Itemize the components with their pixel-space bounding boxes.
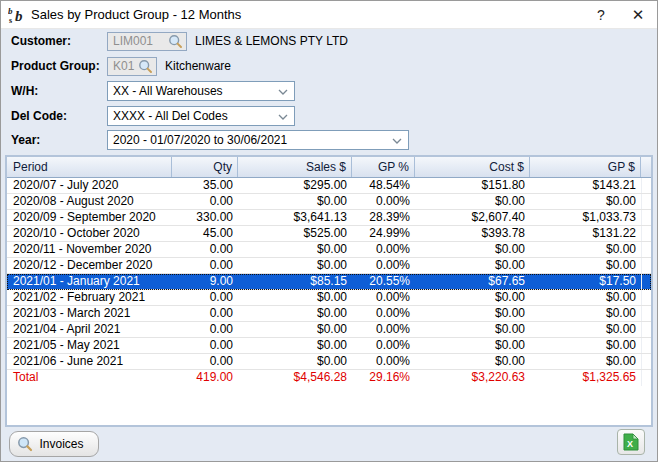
cell-filler bbox=[641, 354, 651, 369]
cell-gp-pct: 0.00% bbox=[352, 338, 415, 353]
cell-period: 2020/08 - August 2020 bbox=[7, 194, 172, 209]
table-row[interactable]: 2020/10 - October 2020 45.00 $525.00 24.… bbox=[7, 226, 651, 242]
cell-qty: 0.00 bbox=[172, 322, 238, 337]
table-row[interactable]: 2020/08 - August 2020 0.00 $0.00 0.00% $… bbox=[7, 194, 651, 210]
cell-cost: $151.80 bbox=[415, 178, 530, 193]
cell-cost: $2,607.40 bbox=[415, 210, 530, 225]
customer-value: LIM001 bbox=[113, 34, 153, 48]
table-row[interactable]: 2021/04 - April 2021 0.00 $0.00 0.00% $0… bbox=[7, 322, 651, 338]
window-title: Sales by Product Group - 12 Months bbox=[31, 1, 241, 29]
customer-row: Customer: LIM001 LIMES & LEMONS PTY LTD bbox=[11, 31, 348, 51]
cell-period: 2020/12 - December 2020 bbox=[7, 258, 172, 273]
cell-cost: $393.78 bbox=[415, 226, 530, 241]
invoices-button[interactable]: Invoices bbox=[9, 431, 99, 457]
cell-cost: $0.00 bbox=[415, 242, 530, 257]
help-button[interactable]: ? bbox=[587, 1, 615, 29]
cell-gp-pct: 0.00% bbox=[352, 306, 415, 321]
table-row[interactable]: 2020/11 - November 2020 0.00 $0.00 0.00%… bbox=[7, 242, 651, 258]
warehouse-row: W/H: XX - All Warehouses bbox=[11, 81, 295, 101]
table-row[interactable]: 2021/05 - May 2021 0.00 $0.00 0.00% $0.0… bbox=[7, 338, 651, 354]
cell-period: 2020/07 - July 2020 bbox=[7, 178, 172, 193]
export-excel-button[interactable]: X bbox=[617, 429, 645, 455]
cell-period: 2021/06 - June 2021 bbox=[7, 354, 172, 369]
del-code-label: Del Code: bbox=[11, 109, 107, 123]
invoices-button-label: Invoices bbox=[33, 437, 98, 451]
cell-sales: $295.00 bbox=[238, 178, 352, 193]
sales-by-product-group-dialog: b s b Sales by Product Group - 12 Months… bbox=[0, 0, 658, 462]
product-group-label: Product Group: bbox=[11, 59, 107, 73]
customer-name: LIMES & LEMONS PTY LTD bbox=[195, 34, 348, 48]
cell-gp-pct: 48.54% bbox=[352, 178, 415, 193]
cell-cost: $0.00 bbox=[415, 194, 530, 209]
cell-qty: 0.00 bbox=[172, 242, 238, 257]
table-row[interactable]: 2021/03 - March 2021 0.00 $0.00 0.00% $0… bbox=[7, 306, 651, 322]
table-row[interactable]: 2021/06 - June 2021 0.00 $0.00 0.00% $0.… bbox=[7, 354, 651, 370]
cell-gp-pct: 0.00% bbox=[352, 258, 415, 273]
column-header-period[interactable]: Period bbox=[7, 157, 172, 177]
cell-sales: $525.00 bbox=[238, 226, 352, 241]
column-header-gp[interactable]: GP $ bbox=[530, 157, 641, 177]
cell-period: 2020/09 - September 2020 bbox=[7, 210, 172, 225]
svg-text:X: X bbox=[627, 439, 633, 449]
year-label: Year: bbox=[11, 133, 107, 147]
chevron-down-icon bbox=[278, 89, 288, 95]
cell-qty: 45.00 bbox=[172, 226, 238, 241]
product-group-input[interactable]: K01 bbox=[107, 57, 157, 76]
column-header-gp-pct[interactable]: GP % bbox=[352, 157, 415, 177]
cell-gp: $0.00 bbox=[530, 258, 641, 273]
cell-gp: $0.00 bbox=[530, 322, 641, 337]
close-button[interactable]: ✕ bbox=[623, 1, 653, 29]
product-group-search-icon[interactable] bbox=[138, 59, 153, 74]
year-row: Year: 2020 - 01/07/2020 to 30/06/2021 bbox=[11, 130, 409, 150]
product-group-name: Kitchenware bbox=[165, 59, 231, 73]
svg-text:b: b bbox=[8, 6, 13, 16]
cell-sales: $0.00 bbox=[238, 354, 352, 369]
column-header-filler bbox=[641, 157, 651, 177]
column-header-sales[interactable]: Sales $ bbox=[238, 157, 352, 177]
column-header-cost[interactable]: Cost $ bbox=[415, 157, 530, 177]
cell-sales: $0.00 bbox=[238, 306, 352, 321]
cell-gp: $17.50 bbox=[530, 274, 641, 289]
cell-gp-pct: 0.00% bbox=[352, 354, 415, 369]
customer-input[interactable]: LIM001 bbox=[107, 32, 187, 51]
cell-sales: $85.15 bbox=[238, 274, 352, 289]
cell-gp: $0.00 bbox=[530, 354, 641, 369]
table-row[interactable]: 2020/07 - July 2020 35.00 $295.00 48.54%… bbox=[7, 178, 651, 194]
grid-header: Period Qty Sales $ GP % Cost $ GP $ bbox=[7, 157, 651, 178]
cell-period: 2021/04 - April 2021 bbox=[7, 322, 172, 337]
total-sales: $4,546.28 bbox=[238, 370, 352, 386]
total-gp-pct: 29.16% bbox=[352, 370, 415, 386]
app-logo-icon: b s b bbox=[8, 5, 28, 25]
cell-filler bbox=[641, 274, 651, 289]
year-select[interactable]: 2020 - 01/07/2020 to 30/06/2021 bbox=[107, 130, 409, 150]
cell-period: 2020/11 - November 2020 bbox=[7, 242, 172, 257]
del-code-select[interactable]: XXXX - All Del Codes bbox=[107, 106, 295, 126]
cell-sales: $3,641.13 bbox=[238, 210, 352, 225]
table-row[interactable]: 2020/12 - December 2020 0.00 $0.00 0.00%… bbox=[7, 258, 651, 274]
product-group-value: K01 bbox=[113, 59, 134, 73]
chevron-down-icon bbox=[278, 114, 288, 120]
table-row[interactable]: 2020/09 - September 2020 330.00 $3,641.1… bbox=[7, 210, 651, 226]
cell-filler bbox=[641, 210, 651, 225]
cell-period: 2021/03 - March 2021 bbox=[7, 306, 172, 321]
warehouse-select[interactable]: XX - All Warehouses bbox=[107, 81, 295, 101]
cell-cost: $0.00 bbox=[415, 290, 530, 305]
total-gp: $1,325.65 bbox=[530, 370, 641, 386]
cell-qty: 0.00 bbox=[172, 194, 238, 209]
cell-cost: $0.00 bbox=[415, 322, 530, 337]
cell-gp-pct: 28.39% bbox=[352, 210, 415, 225]
warehouse-label: W/H: bbox=[11, 84, 107, 98]
sales-grid: Period Qty Sales $ GP % Cost $ GP $ 2020… bbox=[5, 155, 653, 427]
customer-search-icon[interactable] bbox=[168, 34, 183, 49]
total-cost: $3,220.63 bbox=[415, 370, 530, 386]
cell-filler bbox=[641, 338, 651, 353]
svg-text:s: s bbox=[9, 16, 12, 25]
cell-filler bbox=[641, 306, 651, 321]
cell-period: 2020/10 - October 2020 bbox=[7, 226, 172, 241]
cell-period: 2021/01 - January 2021 bbox=[7, 274, 172, 289]
cell-qty: 0.00 bbox=[172, 290, 238, 305]
table-row-selected[interactable]: 2021/01 - January 2021 9.00 $85.15 20.55… bbox=[7, 274, 651, 290]
column-header-qty[interactable]: Qty bbox=[172, 157, 238, 177]
del-code-value: XXXX - All Del Codes bbox=[113, 109, 228, 123]
table-row[interactable]: 2021/02 - February 2021 0.00 $0.00 0.00%… bbox=[7, 290, 651, 306]
